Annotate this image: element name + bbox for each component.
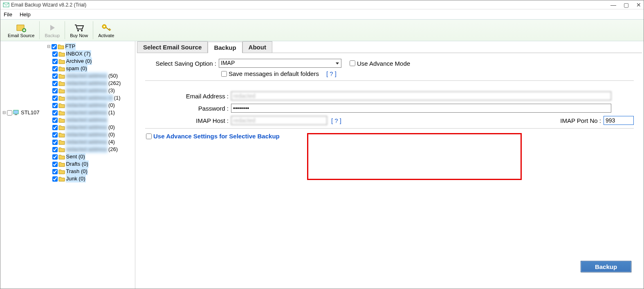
tree-item[interactable]: redacted address (0) [52,102,121,109]
tree-item[interactable]: redacted address (4) [52,138,121,146]
tree-label: Drafts (0) [66,160,89,168]
tree-label: spam (0) [66,65,88,72]
tree-item[interactable]: Archive (0) [52,58,121,65]
tabs: Select Email Source Backup About [137,41,642,53]
collapse-icon[interactable]: ⊟ [47,43,51,50]
tree-count: (3) [108,87,115,94]
tree-checkbox[interactable] [52,96,58,101]
tab-backup[interactable]: Backup [208,42,242,53]
tool-backup[interactable]: Backup [40,22,64,39]
save-default-checkbox[interactable] [221,71,227,77]
tree-count: (1) [108,109,115,116]
backup-icon [47,23,58,33]
tree-checkbox[interactable] [52,88,58,93]
folder-icon [58,95,65,101]
tree-checkbox[interactable] [52,110,58,116]
tree-item[interactable]: INBOX (7) [52,50,121,58]
tree-item[interactable]: redacted address in (1) [52,94,121,102]
menu-help[interactable]: Help [20,11,31,18]
tool-email-source[interactable]: Email Source [4,22,38,39]
tree-item[interactable]: Junk (0) [52,175,121,182]
host-help-link[interactable]: [ ? ] [331,117,341,124]
tree-item[interactable]: redacted address (3) [52,87,121,94]
tree-count: (0) [108,124,115,131]
tree-checkbox[interactable] [52,162,58,167]
svg-point-5 [103,26,105,27]
tree-label: FTP [65,43,76,50]
tree-checkbox[interactable] [52,59,58,64]
help-link[interactable]: [ ? ] [326,70,337,77]
tool-label: Email Source [8,33,34,38]
maximize-button[interactable]: ▢ [624,2,629,8]
svg-rect-6 [13,110,18,114]
tree-item[interactable]: Sent (0) [52,153,121,160]
tree-checkbox[interactable] [52,81,58,86]
cart-icon [73,23,85,33]
password-input[interactable] [231,104,611,113]
tree-item[interactable]: redacted address (1) [52,109,121,116]
tree-checkbox[interactable] [7,110,12,116]
collapse-icon[interactable]: ⊟ [2,109,6,116]
tab-about[interactable]: About [242,41,272,53]
tool-label: Buy Now [70,33,88,38]
tree-checkbox[interactable] [52,118,58,123]
tree-item[interactable]: Drafts (0) [52,160,121,168]
tree-label: STL107 [20,109,40,116]
tree-item[interactable]: redacted address (262) [52,80,121,87]
tree-item[interactable]: spam (0) [52,65,121,72]
advance-settings-checkbox[interactable] [146,133,152,139]
folder-icon [58,132,65,138]
tree-item[interactable]: Trash (0) [52,168,121,175]
folder-icon [58,44,64,49]
tab-select-email-source[interactable]: Select Email Source [137,41,208,53]
minimize-button[interactable]: — [610,2,616,8]
tree-checkbox[interactable] [52,132,58,138]
tree-label: redacted address in [66,94,113,102]
tree-label: redacted address [66,109,108,116]
tree-checkbox[interactable] [52,140,58,145]
advance-mode-label: Use Advance Mode [357,60,410,67]
saving-option-select[interactable]: IMAP [219,59,341,68]
backup-button[interactable]: Backup [581,261,631,272]
folder-icon [58,66,65,71]
close-button[interactable]: ✕ [636,2,641,8]
menu-file[interactable]: File [4,11,12,18]
tree-item[interactable]: redacted address (26) [52,146,121,153]
tree-checkbox[interactable] [52,73,58,79]
tree-checkbox[interactable] [52,169,58,174]
tree-checkbox[interactable] [52,176,58,182]
tree-label: redacted address [66,124,108,131]
app-icon [3,2,9,8]
tree-root[interactable]: ⊟ STL107 ⊟ FTP IN [2,43,135,182]
tree-checkbox[interactable] [52,103,58,108]
computer-icon [13,110,20,116]
tree-count: (262) [108,80,121,87]
tool-buy-now[interactable]: Buy Now [66,22,92,39]
advance-mode-checkbox[interactable] [350,60,355,66]
imap-host-input[interactable] [231,116,327,125]
tree-item[interactable]: redacted address (0) [52,131,121,138]
tree-account[interactable]: ⊟ FTP INBOX (7)Archive (0)spam (0)redact… [47,43,121,182]
tool-label: Backup [45,33,60,38]
tree-count: (1) [114,94,121,102]
tool-activate[interactable]: Activate [94,22,118,39]
tree-item[interactable]: redacted address [52,116,121,124]
tree-label: Junk (0) [66,175,86,182]
imap-port-input[interactable] [604,116,634,125]
tree-checkbox[interactable] [52,154,58,160]
tree-checkbox[interactable] [52,44,57,49]
tree-count: (26) [108,146,118,153]
tree-checkbox[interactable] [52,125,58,130]
password-label: Password : [162,105,231,112]
folder-icon [58,154,65,160]
tree-checkbox[interactable] [52,147,58,152]
folder-icon [58,110,65,116]
email-input[interactable] [231,91,611,100]
sidebar: ⊟ STL107 ⊟ FTP IN [0,41,135,289]
separator [93,21,93,39]
tree-item[interactable]: redacted address (0) [52,124,121,131]
tree-count: (0) [108,131,115,138]
tree-checkbox[interactable] [52,66,58,71]
tree-item[interactable]: redacted address (50) [52,72,121,80]
tree-checkbox[interactable] [52,51,58,57]
